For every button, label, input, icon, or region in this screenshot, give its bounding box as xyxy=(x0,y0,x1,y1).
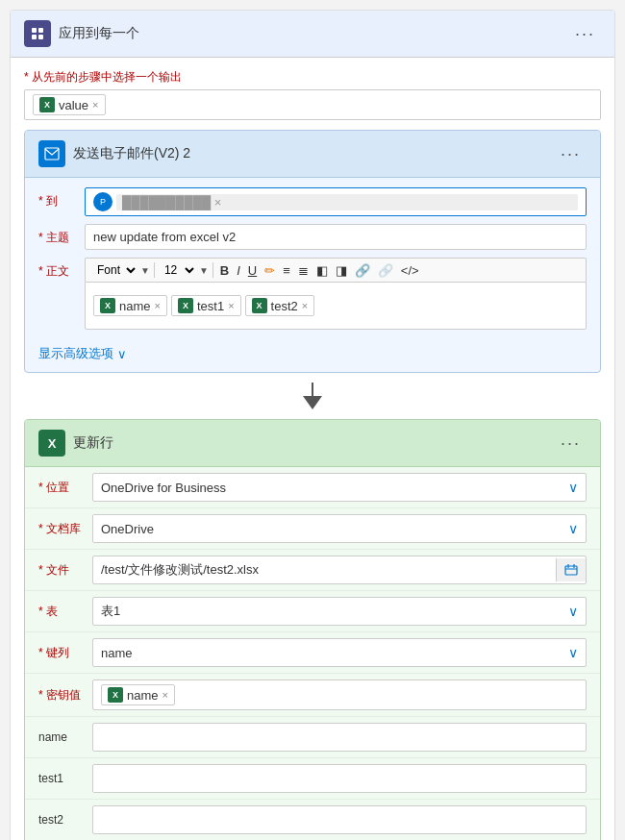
advanced-options-link[interactable]: 显示高级选项 ∨ xyxy=(38,345,127,362)
table-content: 表1 ∨ xyxy=(92,597,587,626)
apply-icon xyxy=(24,20,51,47)
update-header: X 更新行 ··· xyxy=(25,420,600,467)
position-label: * 位置 xyxy=(38,480,92,496)
name-input[interactable] xyxy=(92,723,587,752)
arrow-container xyxy=(24,373,601,419)
update-header-left: X 更新行 xyxy=(38,430,113,457)
body-label: * 正文 xyxy=(38,258,85,280)
body-tag-name-close[interactable]: × xyxy=(155,300,161,311)
outer-header: 应用到每一个 ··· xyxy=(11,11,614,58)
doclibrary-value: OneDrive xyxy=(101,522,154,536)
svg-rect-4 xyxy=(45,148,59,160)
excel-update-icon: X xyxy=(38,430,65,457)
test1-content xyxy=(92,764,587,793)
body-row: * 正文 Font ▼ 12 ▼ xyxy=(38,258,587,330)
apply-to-each-card: 应用到每一个 ··· * 从先前的步骤中选择一个输出 X value × xyxy=(10,10,615,840)
update-row-test2: test2 xyxy=(25,800,600,840)
update-row-file: * 文件 /test/文件修改测试/test2.xlsx xyxy=(25,550,600,591)
svg-rect-3 xyxy=(38,35,43,39)
svg-rect-1 xyxy=(38,28,43,33)
bold-button[interactable]: B xyxy=(217,262,232,279)
arrow-down xyxy=(303,396,322,409)
arrow-stem xyxy=(312,383,313,396)
to-content: P ██████████ × xyxy=(85,187,587,216)
subject-input[interactable] xyxy=(85,224,587,250)
name-content xyxy=(92,723,587,752)
underline-button[interactable]: U xyxy=(245,262,260,279)
doclibrary-dropdown[interactable]: OneDrive ∨ xyxy=(92,514,587,543)
position-content: OneDrive for Business ∨ xyxy=(92,473,587,502)
body-tag-name-label: name xyxy=(119,299,151,313)
update-row-table: * 表 表1 ∨ xyxy=(25,591,600,632)
test2-input[interactable] xyxy=(92,805,587,834)
pen-button[interactable]: ✏ xyxy=(262,262,278,279)
email-card: 发送电子邮件(V2) 2 ··· * 到 P ██████████ × xyxy=(24,130,601,373)
advanced-link-label: 显示高级选项 xyxy=(38,345,113,362)
update-more-button[interactable]: ··· xyxy=(555,432,587,456)
email-body: * 到 P ██████████ × * 主题 xyxy=(25,178,600,372)
body-tag-test2-label: test2 xyxy=(271,299,298,313)
body-tag-test2-close[interactable]: × xyxy=(302,300,308,311)
email-more-button[interactable]: ··· xyxy=(555,142,587,166)
keycol-dropdown[interactable]: name ∨ xyxy=(92,638,587,667)
value-tag-close[interactable]: × xyxy=(92,99,98,111)
body-tag-test2: X test2 × xyxy=(245,295,315,316)
keyval-tag-row[interactable]: X name × xyxy=(92,679,587,710)
test1-input[interactable] xyxy=(92,764,587,793)
excel-icon-test2: X xyxy=(252,298,267,313)
doclibrary-chevron-icon: ∨ xyxy=(568,521,578,536)
advanced-chevron-icon: ∨ xyxy=(117,347,127,361)
size-select[interactable]: 12 xyxy=(159,260,197,280)
update-row-name: name xyxy=(25,717,600,758)
subject-label: * 主题 xyxy=(38,224,85,246)
font-select[interactable]: Font xyxy=(91,260,138,280)
update-title: 更新行 xyxy=(73,434,113,452)
test2-content xyxy=(92,805,587,834)
list-bullet-button[interactable]: ≡ xyxy=(280,262,293,279)
doclibrary-content: OneDrive ∨ xyxy=(92,514,587,543)
link-button[interactable]: 🔗 xyxy=(352,262,373,279)
body-content: Font ▼ 12 ▼ B I U ✏ xyxy=(85,258,587,330)
file-label: * 文件 xyxy=(38,562,92,579)
apply-more-button[interactable]: ··· xyxy=(569,22,601,46)
file-input[interactable]: /test/文件修改测试/test2.xlsx xyxy=(92,556,587,584)
position-dropdown[interactable]: OneDrive for Business ∨ xyxy=(92,473,587,502)
editor-area[interactable]: X name × X test1 × X test2 xyxy=(85,282,587,330)
keycol-value: name xyxy=(101,646,133,660)
list-number-button[interactable]: ≣ xyxy=(295,262,312,279)
position-value: OneDrive for Business xyxy=(101,481,226,495)
file-value: /test/文件修改测试/test2.xlsx xyxy=(93,556,556,583)
align-left-button[interactable]: ◧ xyxy=(313,262,331,279)
doclibrary-label: * 文档库 xyxy=(38,521,92,537)
subject-content xyxy=(85,224,587,250)
outer-header-left: 应用到每一个 xyxy=(24,20,139,47)
test2-label: test2 xyxy=(38,813,92,827)
unlink-button[interactable]: 🔗 xyxy=(375,262,396,279)
svg-rect-0 xyxy=(32,28,37,33)
align-right-button[interactable]: ◨ xyxy=(333,262,350,279)
position-chevron-icon: ∨ xyxy=(568,480,578,495)
table-dropdown[interactable]: 表1 ∨ xyxy=(92,597,587,626)
to-row: * 到 P ██████████ × xyxy=(38,187,587,216)
keyval-tag-label: name xyxy=(127,688,159,703)
svg-rect-5 xyxy=(565,566,577,575)
file-browse-button[interactable] xyxy=(556,558,586,581)
excel-icon-test1: X xyxy=(178,298,193,313)
input-tag-row[interactable]: X value × xyxy=(24,89,601,120)
table-chevron-icon: ∨ xyxy=(568,604,578,619)
body-tag-test1-close[interactable]: × xyxy=(228,300,234,311)
keyval-tag: X name × xyxy=(101,684,175,705)
to-field[interactable]: P ██████████ × xyxy=(85,187,587,216)
svg-rect-2 xyxy=(32,35,37,39)
code-button[interactable]: </> xyxy=(398,262,422,279)
keyval-tag-close[interactable]: × xyxy=(162,689,168,701)
file-content: /test/文件修改测试/test2.xlsx xyxy=(92,556,587,584)
keyval-label: * 密钥值 xyxy=(38,687,92,704)
email-icon xyxy=(38,140,65,167)
excel-icon-name: X xyxy=(100,298,115,313)
italic-button[interactable]: I xyxy=(234,262,243,279)
keycol-chevron-icon: ∨ xyxy=(568,645,578,660)
email-title: 发送电子邮件(V2) 2 xyxy=(73,145,190,162)
body-tag-name: X name × xyxy=(93,295,167,316)
update-row-keycol: * 键列 name ∨ xyxy=(25,632,600,674)
